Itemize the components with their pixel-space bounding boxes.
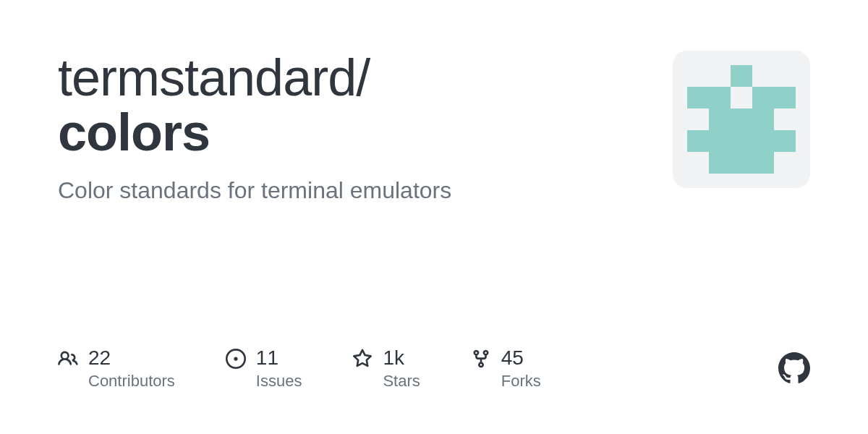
github-logo-icon[interactable] bbox=[778, 352, 810, 384]
issues-icon bbox=[226, 349, 246, 369]
stat-label: Contributors bbox=[88, 372, 175, 391]
repo-avatar[interactable] bbox=[673, 51, 810, 188]
stat-forks[interactable]: 45 Forks bbox=[471, 346, 541, 391]
stat-label: Stars bbox=[383, 372, 420, 391]
identicon-icon bbox=[687, 65, 796, 174]
stat-contributors[interactable]: 22 Contributors bbox=[58, 346, 175, 391]
repo-title-block: termstandard/ colors Color standards for… bbox=[58, 51, 673, 204]
repo-owner: termstandard bbox=[58, 48, 356, 106]
repo-name: colors bbox=[58, 106, 673, 161]
repo-description: Color standards for terminal emulators bbox=[58, 177, 673, 204]
stat-value: 1k bbox=[383, 346, 420, 370]
repo-slash: / bbox=[356, 48, 370, 106]
stat-label: Forks bbox=[501, 372, 541, 391]
stat-stars[interactable]: 1k Stars bbox=[352, 346, 420, 391]
stat-label: Issues bbox=[256, 372, 302, 391]
contributors-icon bbox=[58, 349, 78, 369]
stats-group: 22 Contributors 11 Issues 1k bbox=[58, 346, 541, 391]
stat-issues[interactable]: 11 Issues bbox=[226, 346, 302, 391]
stat-value: 45 bbox=[501, 346, 541, 370]
star-icon bbox=[352, 349, 373, 369]
stat-value: 22 bbox=[88, 346, 175, 370]
fork-icon bbox=[471, 349, 491, 369]
stat-value: 11 bbox=[256, 346, 302, 370]
repo-title[interactable]: termstandard/ colors bbox=[58, 51, 673, 160]
